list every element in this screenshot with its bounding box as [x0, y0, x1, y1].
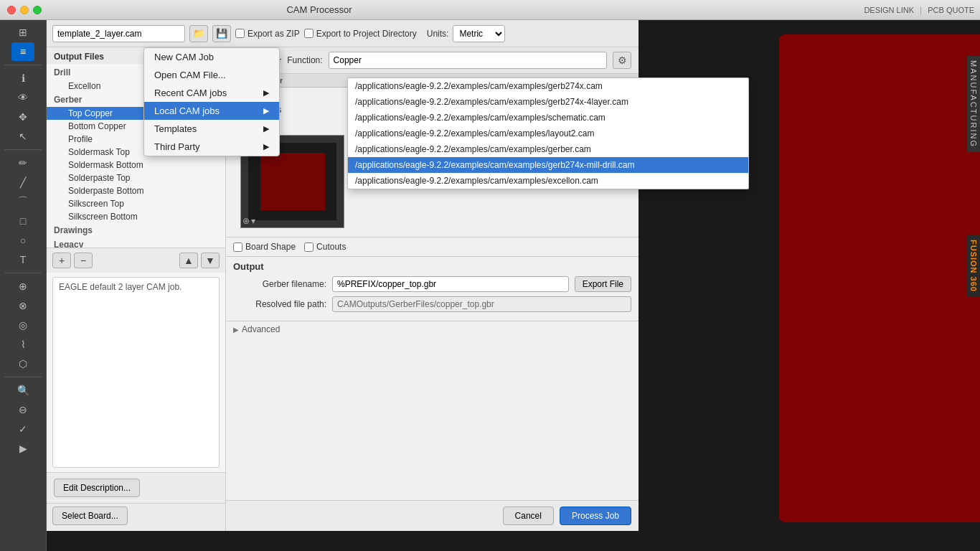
move-icon[interactable]: ✥ — [11, 108, 34, 126]
export-zip-group: Export as ZIP — [235, 29, 300, 39]
drc-icon[interactable]: ✓ — [11, 420, 34, 438]
arc-icon[interactable]: ⌒ — [11, 192, 34, 211]
rect-icon[interactable]: □ — [11, 212, 34, 230]
file-list-item-highlighted[interactable]: /applications/eagle-9.2.2/examples/cam/e… — [348, 157, 748, 173]
gerber-filename-input[interactable] — [332, 276, 569, 292]
menu-item-local-jobs[interactable]: Local CAM jobs ▶ — [144, 102, 279, 120]
grid-icon[interactable]: ⊞ — [11, 23, 34, 42]
pcb-board-preview — [779, 34, 980, 522]
component-icon[interactable]: ⊕ — [11, 277, 34, 296]
poly-icon[interactable]: ⬡ — [11, 354, 34, 373]
menu-item-templates[interactable]: Templates ▶ — [144, 120, 279, 138]
remove-item-button[interactable]: − — [74, 253, 93, 268]
edit-description-button[interactable]: Edit Description... — [54, 479, 140, 497]
tree-category-drawings: Drawings — [47, 223, 225, 237]
tree-item-silkscreen-top[interactable]: Silkscreen Top — [47, 197, 225, 210]
main-dropdown-menu[interactable]: New CAM Job Open CAM File... Recent CAM … — [143, 47, 280, 156]
circle-icon[interactable]: ○ — [11, 231, 34, 250]
gerber-filename-label: Gerber filename: — [233, 279, 326, 289]
export-zip-label: Export as ZIP — [248, 29, 300, 39]
resolved-path-input[interactable] — [332, 296, 631, 312]
menu-item-open-cam[interactable]: Open CAM File... — [144, 66, 279, 84]
left-toolbar: ⊞ ≡ ℹ 👁 ✥ ↖ ✏ ╱ ⌒ □ ○ T ⊕ ⊗ ◎ ⌇ ⬡ 🔍 ⊖ ✓ … — [0, 20, 47, 551]
menu-third-party-label: Third Party — [154, 141, 200, 152]
trace-icon[interactable]: ⌇ — [11, 335, 34, 354]
maximize-button[interactable] — [33, 6, 42, 14]
toolbar-section-5: 🔍 ⊖ ✓ ▶ — [0, 381, 46, 458]
pin-icon[interactable]: ⊗ — [11, 296, 34, 315]
board-shape-check: Board Shape — [233, 242, 296, 252]
file-list-item[interactable]: /applications/eagle-9.2.2/examples/cam/e… — [348, 173, 748, 189]
function-row: Top Copper Function: ⚙ — [226, 47, 639, 74]
tree-item-solderpaste-bot[interactable]: Solderpaste Bottom — [47, 184, 225, 197]
select-icon[interactable]: ↖ — [11, 127, 34, 146]
cam-file-input[interactable] — [52, 25, 185, 42]
file-list-item[interactable]: /applications/eagle-9.2.2/examples/cam/e… — [348, 78, 748, 94]
menu-item-third-party[interactable]: Third Party ▶ — [144, 138, 279, 156]
cam-files-list[interactable]: /applications/eagle-9.2.2/examples/cam/e… — [347, 77, 749, 189]
board-shape-label: Board Shape — [245, 242, 296, 252]
toolbar-section-3: ✏ ╱ ⌒ □ ○ T — [0, 154, 46, 269]
toolbar-section-4: ⊕ ⊗ ◎ ⌇ ⬡ — [0, 277, 46, 373]
function-input[interactable] — [329, 52, 607, 69]
open-folder-icon[interactable]: 📁 — [189, 25, 208, 42]
design-link[interactable]: DESIGN LINK — [864, 6, 914, 14]
select-board-button[interactable]: Select Board... — [52, 507, 128, 525]
cam-toolbar: 📁 💾 Export as ZIP Export to Project Dire… — [47, 20, 639, 47]
file-list-item[interactable]: /applications/eagle-9.2.2/examples/cam/e… — [348, 94, 748, 110]
preview-controls: ⊕ ▾ — [242, 216, 255, 226]
layers-icon[interactable]: ≡ — [11, 42, 34, 61]
cancel-button[interactable]: Cancel — [503, 507, 554, 525]
file-list-item[interactable]: /applications/eagle-9.2.2/examples/cam/e… — [348, 141, 748, 157]
toolbar-divider-1 — [4, 65, 41, 65]
move-down-button[interactable]: ▼ — [201, 253, 220, 268]
pcb-panel-toolbar: DESIGN LINK | PCB QUOTE — [639, 0, 980, 20]
preview-control-icon[interactable]: ⊕ — [242, 216, 250, 226]
save-icon[interactable]: 💾 — [212, 25, 231, 42]
preview-down-icon[interactable]: ▾ — [251, 216, 255, 226]
advanced-toggle[interactable]: ▶ Advanced — [233, 324, 631, 334]
advanced-arrow-icon: ▶ — [233, 326, 239, 334]
export-dir-checkbox[interactable] — [304, 29, 314, 38]
output-section: Output Gerber filename: Export File Reso… — [226, 256, 639, 321]
tree-item-solderpaste-top[interactable]: Solderpaste Top — [47, 171, 225, 184]
cutouts-checkbox[interactable] — [304, 242, 314, 252]
description-box: EAGLE default 2 layer CAM job. — [52, 277, 220, 468]
export-dir-group: Export to Project Directory — [304, 29, 417, 39]
process-job-button[interactable]: Process Job — [560, 507, 631, 525]
local-jobs-arrow-icon: ▶ — [263, 106, 269, 116]
menu-item-recent-jobs[interactable]: Recent CAM jobs ▶ — [144, 84, 279, 102]
tree-item-silkscreen-bot[interactable]: Silkscreen Bottom — [47, 210, 225, 223]
gerber-filename-row: Gerber filename: Export File — [233, 276, 631, 292]
recent-jobs-arrow-icon: ▶ — [263, 88, 269, 98]
tree-item-soldermask-bot[interactable]: Soldermask Bottom — [47, 159, 225, 171]
pcb-quote-link[interactable]: PCB QUOTE — [928, 6, 974, 14]
tree-category-legacy: Legacy — [47, 237, 225, 248]
zoom-out-icon[interactable]: ⊖ — [11, 400, 34, 419]
script-icon[interactable]: ▶ — [11, 439, 34, 458]
templates-arrow-icon: ▶ — [263, 124, 269, 133]
close-button[interactable] — [7, 6, 16, 14]
file-list-item[interactable]: /applications/eagle-9.2.2/examples/cam/e… — [348, 110, 748, 126]
add-item-button[interactable]: + — [52, 253, 71, 268]
draw-icon[interactable]: ✏ — [11, 154, 34, 172]
menu-item-new-cam[interactable]: New CAM Job — [144, 48, 279, 66]
board-shape-checkbox[interactable] — [233, 242, 242, 252]
via-icon[interactable]: ◎ — [11, 316, 34, 334]
line-icon[interactable]: ╱ — [11, 173, 34, 192]
units-label: Units: — [427, 29, 449, 39]
text-icon[interactable]: T — [11, 250, 34, 269]
info-icon[interactable]: ℹ — [11, 69, 34, 88]
units-select[interactable]: Metric Imperial — [453, 25, 505, 42]
zoom-in-icon[interactable]: 🔍 — [11, 381, 34, 400]
file-list-item[interactable]: /applications/eagle-9.2.2/examples/cam/e… — [348, 126, 748, 141]
function-label: Function: — [287, 55, 322, 65]
cutouts-check: Cutouts — [304, 242, 346, 252]
advanced-section: ▶ Advanced — [226, 321, 639, 337]
minimize-button[interactable] — [20, 6, 29, 14]
gear-icon[interactable]: ⚙ — [613, 52, 631, 69]
export-file-button[interactable]: Export File — [575, 276, 631, 292]
eye-icon[interactable]: 👁 — [11, 88, 34, 107]
move-up-button[interactable]: ▲ — [179, 253, 198, 268]
export-zip-checkbox[interactable] — [235, 29, 245, 38]
